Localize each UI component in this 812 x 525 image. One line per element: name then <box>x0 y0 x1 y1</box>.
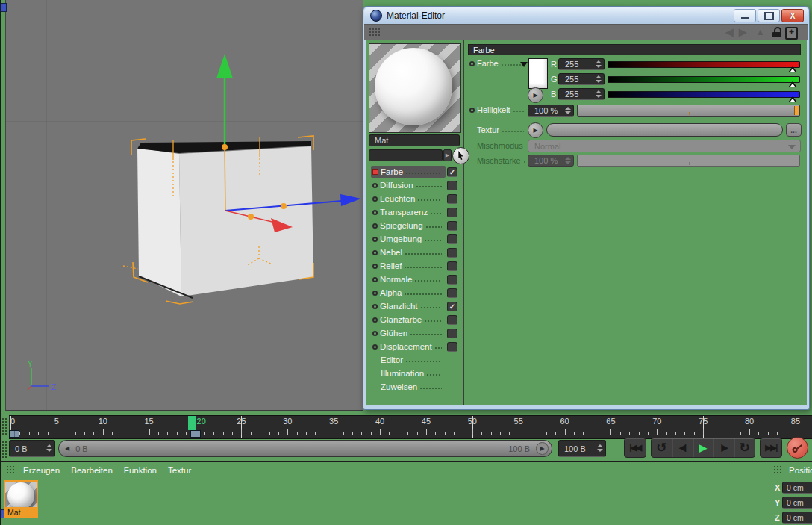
expand-arrow-button[interactable]: ▶ <box>528 87 543 103</box>
channel-state-icon[interactable] <box>372 264 378 269</box>
play-button[interactable]: ▶ <box>693 438 714 457</box>
browse-button[interactable]: ... <box>786 123 802 137</box>
channel-checkbox[interactable] <box>447 234 457 244</box>
channel-row-diffusion[interactable]: Diffusion <box>366 178 463 192</box>
channel-row-glühen[interactable]: Glühen <box>366 326 463 340</box>
channel-state-icon[interactable] <box>372 196 378 202</box>
chevron-down-icon[interactable] <box>520 62 528 67</box>
autokey-record-button[interactable] <box>787 437 808 459</box>
maximize-button[interactable] <box>758 9 780 22</box>
channel-row-illumination[interactable]: Illumination <box>366 367 463 380</box>
channel-checkbox[interactable]: ✓ <box>447 167 457 177</box>
channel-checkbox[interactable] <box>447 248 457 258</box>
minimize-button[interactable] <box>734 9 756 22</box>
timeline-ruler[interactable]: 0510152025303540455055606570758085 <box>9 415 812 439</box>
channel-checkbox[interactable] <box>447 221 457 231</box>
channel-row-zuweisen[interactable]: Zuweisen <box>366 380 463 394</box>
spinner-arrows-icon[interactable] <box>565 107 571 115</box>
search-input[interactable] <box>369 149 443 161</box>
b-slider-handle[interactable] <box>788 96 797 102</box>
close-button[interactable]: X <box>781 9 804 22</box>
r-slider-handle[interactable] <box>788 66 797 72</box>
channel-state-icon[interactable] <box>372 304 378 309</box>
z-position-field[interactable]: 0 cm <box>782 512 812 524</box>
menu-funktion[interactable]: Funktion <box>124 466 157 475</box>
channel-row-displacement[interactable]: Displacement <box>366 340 463 353</box>
viewport-3d[interactable]: Y Z <box>6 0 363 411</box>
drag-handle[interactable] <box>369 28 381 37</box>
color-swatch[interactable] <box>528 58 548 89</box>
parameter-dot-icon[interactable] <box>469 108 475 113</box>
spinner-arrows-icon[interactable] <box>597 444 603 453</box>
search-expand-button[interactable]: ▶ <box>443 149 452 161</box>
brightness-value-field[interactable]: 100 % <box>528 105 574 117</box>
channel-checkbox[interactable] <box>447 342 457 352</box>
channel-state-icon[interactable] <box>372 277 378 282</box>
play-reverse-button[interactable]: ↺ <box>652 438 672 457</box>
range-right-arrow-button[interactable]: ▶ <box>536 442 549 455</box>
channel-row-editor[interactable]: Editor <box>366 353 463 367</box>
g-slider-handle[interactable] <box>788 81 797 87</box>
channel-row-normale[interactable]: Normale <box>366 273 463 286</box>
brightness-slider-handle[interactable] <box>794 106 799 115</box>
range-left-arrow-icon[interactable]: ◀ <box>65 445 69 452</box>
pick-material-button[interactable] <box>452 147 469 164</box>
r-value-field[interactable]: 255 <box>558 58 605 70</box>
drag-handle[interactable] <box>6 465 16 475</box>
spinner-arrows-icon[interactable] <box>596 90 602 99</box>
channel-checkbox[interactable] <box>447 275 457 285</box>
channel-state-icon[interactable] <box>372 344 378 350</box>
compare-icon[interactable]: ▲ <box>755 26 765 37</box>
add-window-icon[interactable]: + <box>785 27 798 40</box>
menu-bearbeiten[interactable]: Bearbeiten <box>71 466 113 475</box>
channel-state-icon[interactable] <box>372 237 378 242</box>
b-gradient-slider[interactable] <box>608 91 800 98</box>
drag-handle[interactable] <box>773 465 783 475</box>
menu-textur[interactable]: Textur <box>168 466 191 475</box>
channel-row-transparenz[interactable]: Transparenz <box>366 205 463 219</box>
drag-handle[interactable] <box>1 441 8 458</box>
channel-state-icon[interactable] <box>372 291 378 296</box>
history-forward-icon[interactable]: ▶ <box>738 25 747 39</box>
end-frame-field[interactable]: 100 B <box>558 440 606 457</box>
channel-checkbox[interactable] <box>447 194 457 204</box>
channel-row-glanzlicht[interactable]: Glanzlicht✓ <box>366 299 463 313</box>
channel-checkbox[interactable] <box>447 329 457 338</box>
channel-row-spiegelung[interactable]: Spiegelung <box>366 219 463 232</box>
channel-checkbox[interactable] <box>447 315 457 325</box>
channel-checkbox[interactable] <box>447 288 457 298</box>
r-gradient-slider[interactable] <box>608 61 800 68</box>
channel-state-icon[interactable] <box>372 183 378 188</box>
material-name-field[interactable]: Mat <box>369 134 460 146</box>
spinner-arrows-icon[interactable] <box>46 444 52 453</box>
material-preview[interactable] <box>369 43 461 133</box>
g-gradient-slider[interactable] <box>608 76 800 83</box>
channel-state-icon[interactable] <box>372 250 378 255</box>
texture-field[interactable] <box>546 123 783 137</box>
b-value-field[interactable]: 255 <box>558 88 605 100</box>
channel-checkbox[interactable]: ✓ <box>447 302 457 311</box>
menu-erzeugen[interactable]: Erzeugen <box>23 466 60 475</box>
lock-icon[interactable] <box>772 27 781 37</box>
spinner-arrows-icon[interactable] <box>596 60 602 69</box>
current-frame-field[interactable]: 0 B <box>9 440 55 457</box>
channel-state-icon[interactable] <box>372 223 378 229</box>
channel-active-icon[interactable] <box>372 169 378 175</box>
keyframe-marker[interactable] <box>9 430 19 438</box>
preview-range-slider[interactable]: ◀ 0 B 100 B ▶ <box>58 440 552 457</box>
channel-checkbox[interactable] <box>447 261 457 271</box>
channel-state-icon[interactable] <box>372 331 378 336</box>
channel-row-leuchten[interactable]: Leuchten <box>366 192 463 205</box>
parameter-dot-icon[interactable] <box>469 61 475 66</box>
next-frame-button[interactable]: |▶ <box>713 438 734 457</box>
playhead[interactable] <box>188 416 196 430</box>
channel-row-glanzfarbe[interactable]: Glanzfarbe <box>366 313 463 326</box>
goto-start-button[interactable]: |◀◀ <box>624 438 646 458</box>
x-position-field[interactable]: 0 cm <box>782 482 812 494</box>
channel-checkbox[interactable] <box>447 181 457 190</box>
channel-row-alpha[interactable]: Alpha <box>366 286 463 299</box>
keyframe-marker[interactable] <box>190 430 201 438</box>
channel-state-icon[interactable] <box>372 210 378 215</box>
window-titlebar[interactable]: Material-Editor X <box>364 7 808 24</box>
channel-checkbox[interactable] <box>447 208 457 217</box>
